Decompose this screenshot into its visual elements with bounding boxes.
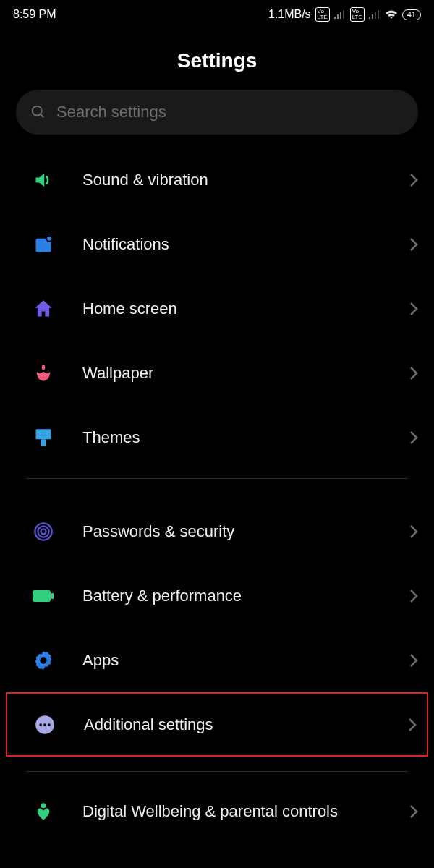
svg-point-5 bbox=[42, 365, 46, 370]
settings-item-label: Themes bbox=[82, 428, 382, 447]
settings-group-2: Passwords & security Battery & performan… bbox=[0, 499, 434, 757]
chevron-right-icon bbox=[409, 524, 418, 539]
chevron-right-icon bbox=[409, 302, 418, 316]
settings-item-apps[interactable]: Apps bbox=[0, 628, 434, 692]
svg-point-4 bbox=[47, 236, 51, 240]
settings-item-passwords[interactable]: Passwords & security bbox=[0, 499, 434, 563]
home-icon bbox=[32, 297, 55, 320]
settings-item-label: Additional settings bbox=[84, 715, 380, 734]
svg-point-18 bbox=[41, 803, 46, 808]
volte-icon-1: VoLTE bbox=[315, 7, 330, 22]
settings-item-label: Sound & vibration bbox=[82, 171, 382, 190]
settings-item-label: Home screen bbox=[82, 299, 382, 318]
fingerprint-icon bbox=[32, 520, 55, 543]
chevron-right-icon bbox=[409, 653, 418, 668]
settings-item-label: Apps bbox=[82, 651, 382, 670]
heart-icon bbox=[32, 800, 55, 823]
settings-item-sound[interactable]: Sound & vibration bbox=[0, 148, 434, 212]
svg-rect-7 bbox=[41, 439, 46, 446]
svg-line-1 bbox=[41, 114, 44, 118]
group-divider bbox=[26, 478, 408, 479]
svg-point-0 bbox=[33, 106, 42, 116]
volte-icon-2: VoLTE bbox=[350, 7, 365, 22]
search-input[interactable]: Search settings bbox=[16, 90, 418, 135]
svg-rect-11 bbox=[33, 590, 51, 602]
settings-item-wallpaper[interactable]: Wallpaper bbox=[0, 341, 434, 405]
chevron-right-icon bbox=[409, 589, 418, 603]
settings-item-home-screen[interactable]: Home screen bbox=[0, 276, 434, 341]
notifications-icon bbox=[32, 233, 55, 256]
themes-icon bbox=[32, 426, 55, 449]
group-divider bbox=[26, 771, 408, 772]
settings-item-additional[interactable]: Additional settings bbox=[6, 692, 428, 757]
svg-point-16 bbox=[43, 723, 46, 726]
wallpaper-icon bbox=[32, 362, 55, 385]
settings-item-label: Passwords & security bbox=[82, 522, 382, 541]
svg-rect-12 bbox=[51, 593, 54, 599]
settings-group-3: Digital Wellbeing & parental controls bbox=[0, 786, 434, 837]
svg-point-10 bbox=[41, 529, 46, 534]
sound-icon bbox=[32, 169, 55, 192]
wifi-icon bbox=[385, 9, 398, 20]
status-time: 8:59 PM bbox=[13, 8, 56, 21]
settings-group-1: Sound & vibration Notifications Home scr… bbox=[0, 148, 434, 469]
status-right: 1.1MB/s VoLTE VoLTE 41 bbox=[268, 7, 421, 22]
settings-item-label: Notifications bbox=[82, 235, 382, 254]
svg-point-15 bbox=[39, 723, 42, 726]
settings-item-label: Battery & performance bbox=[82, 587, 382, 605]
chevron-right-icon bbox=[408, 718, 417, 732]
gear-icon bbox=[32, 649, 55, 672]
page-title: Settings bbox=[0, 49, 434, 72]
battery-icon: 41 bbox=[402, 9, 421, 20]
search-icon bbox=[30, 104, 46, 120]
settings-item-wellbeing[interactable]: Digital Wellbeing & parental controls bbox=[0, 786, 434, 837]
settings-item-label: Wallpaper bbox=[82, 364, 382, 383]
chevron-right-icon bbox=[409, 804, 418, 819]
status-bar: 8:59 PM 1.1MB/s VoLTE VoLTE 41 bbox=[0, 0, 434, 29]
svg-rect-6 bbox=[36, 429, 51, 439]
signal-icon-2 bbox=[369, 10, 380, 19]
signal-icon-1 bbox=[334, 10, 346, 19]
chevron-right-icon bbox=[409, 430, 418, 445]
svg-point-17 bbox=[48, 723, 51, 726]
settings-item-label: Digital Wellbeing & parental controls bbox=[82, 801, 382, 822]
chevron-right-icon bbox=[409, 173, 418, 187]
settings-item-themes[interactable]: Themes bbox=[0, 405, 434, 469]
svg-point-9 bbox=[38, 526, 48, 537]
more-icon bbox=[33, 713, 56, 736]
settings-item-battery[interactable]: Battery & performance bbox=[0, 563, 434, 628]
settings-item-notifications[interactable]: Notifications bbox=[0, 212, 434, 276]
status-network-speed: 1.1MB/s bbox=[268, 8, 311, 21]
svg-point-13 bbox=[40, 657, 46, 663]
chevron-right-icon bbox=[409, 237, 418, 252]
battery-icon bbox=[32, 584, 55, 608]
chevron-right-icon bbox=[409, 366, 418, 380]
search-placeholder: Search settings bbox=[56, 103, 166, 122]
